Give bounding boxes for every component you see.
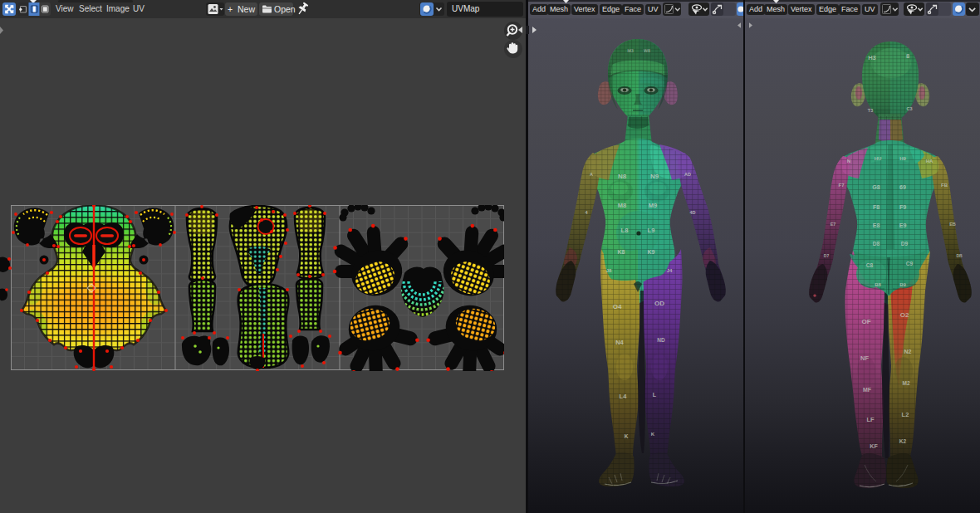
svg-text:B9: B9 bbox=[899, 282, 906, 287]
svg-text:M2: M2 bbox=[902, 380, 909, 386]
svg-text:N: N bbox=[847, 159, 850, 164]
svg-text:K8: K8 bbox=[618, 249, 625, 255]
svg-text:K9: K9 bbox=[648, 249, 655, 255]
svg-text:E9: E9 bbox=[899, 222, 907, 228]
svg-text:D7: D7 bbox=[824, 253, 830, 258]
svg-text:E7: E7 bbox=[831, 222, 836, 227]
svg-text:OD: OD bbox=[654, 300, 664, 307]
svg-text:J4: J4 bbox=[667, 268, 673, 273]
svg-text:J8: J8 bbox=[606, 268, 612, 273]
svg-text:E8: E8 bbox=[873, 222, 880, 228]
svg-text:N8: N8 bbox=[618, 173, 627, 180]
svg-text:G8: G8 bbox=[872, 184, 880, 190]
svg-text:H9: H9 bbox=[899, 156, 906, 161]
svg-text:N9: N9 bbox=[650, 173, 659, 180]
svg-text:EB: EB bbox=[949, 222, 956, 227]
svg-text:HU: HU bbox=[875, 156, 882, 161]
svg-text:F8: F8 bbox=[873, 204, 880, 210]
svg-text:C9: C9 bbox=[906, 261, 914, 266]
svg-text:C8: C8 bbox=[866, 262, 874, 268]
svg-text:D8: D8 bbox=[873, 241, 880, 247]
svg-text:ND: ND bbox=[657, 337, 665, 343]
svg-text:L4: L4 bbox=[620, 393, 628, 400]
svg-text:A: A bbox=[590, 172, 593, 177]
svg-text:M9: M9 bbox=[649, 202, 657, 209]
svg-text:N4: N4 bbox=[615, 339, 624, 346]
svg-text:T3: T3 bbox=[868, 108, 873, 113]
svg-text:F7: F7 bbox=[838, 183, 845, 188]
svg-text:AD: AD bbox=[684, 172, 691, 177]
svg-text:L2: L2 bbox=[902, 411, 909, 418]
svg-text:4D: 4D bbox=[689, 210, 695, 215]
svg-text:D9: D9 bbox=[901, 241, 909, 247]
svg-text:HA: HA bbox=[926, 159, 933, 164]
svg-text:KF: KF bbox=[870, 443, 878, 449]
svg-text:B8: B8 bbox=[875, 282, 881, 287]
svg-text:H3: H3 bbox=[868, 54, 876, 61]
svg-text:FB: FB bbox=[941, 183, 948, 188]
svg-text:LF: LF bbox=[866, 416, 875, 423]
svg-text:F9: F9 bbox=[899, 204, 906, 210]
svg-text:C3: C3 bbox=[906, 106, 912, 111]
svg-text:K: K bbox=[625, 433, 629, 439]
svg-text:N2: N2 bbox=[904, 349, 912, 354]
svg-text:K: K bbox=[651, 432, 655, 437]
svg-text:O4: O4 bbox=[613, 303, 622, 310]
svg-text:NF: NF bbox=[860, 354, 869, 362]
svg-text:69: 69 bbox=[899, 184, 906, 190]
svg-text:L8: L8 bbox=[621, 227, 629, 234]
svg-text:O2: O2 bbox=[900, 311, 909, 319]
svg-text:8: 8 bbox=[906, 52, 909, 60]
svg-text:DB: DB bbox=[956, 253, 963, 258]
svg-text:L: L bbox=[653, 392, 657, 398]
svg-text:OF: OF bbox=[861, 318, 870, 325]
svg-text:M8: M8 bbox=[618, 202, 626, 209]
svg-text:K2: K2 bbox=[899, 438, 907, 444]
svg-text:L9: L9 bbox=[648, 227, 655, 234]
svg-text:MF: MF bbox=[863, 387, 872, 393]
